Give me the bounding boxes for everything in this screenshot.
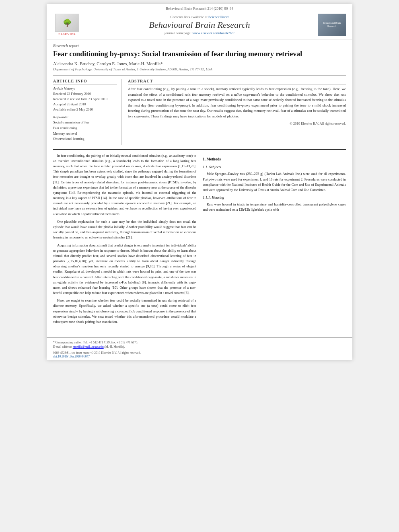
- keyword-2: Fear conditioning: [53, 125, 117, 131]
- housing-heading: 1.1.1. Housing: [203, 195, 346, 201]
- elsevier-label: ELSEVIER: [58, 33, 76, 36]
- info-abstract-section: ARTICLE INFO Article history: Received 2…: [53, 75, 346, 145]
- footnote-corresponding: * Corresponding author. Tel.: +1 512 471…: [53, 340, 346, 345]
- journal-thumb-text: Behavioural Brain Research: [319, 22, 345, 28]
- journal-title-block: Contents lists available at ScienceDirec…: [86, 15, 313, 35]
- page-footer: * Corresponding author. Tel.: +1 512 471…: [47, 337, 352, 360]
- subjects-text: Male Sprague–Dawley rats (250–275 g) (Ha…: [203, 171, 346, 193]
- footnote-email: E-mail address: monfils@mail.utexas.edu …: [53, 345, 346, 349]
- keywords-section: Keywords: Social transmission of fear Fe…: [53, 115, 117, 142]
- body-columns: In fear conditioning, the pairing of an …: [53, 153, 346, 327]
- article-title: Fear conditioning by-proxy: Social trans…: [53, 49, 346, 59]
- article-page: Behavioural Brain Research 214 (2010) 80…: [47, 4, 352, 360]
- homepage-url[interactable]: www.elsevier.com/locate/bbr: [192, 31, 234, 35]
- keywords-list: Social transmission of fear Fear conditi…: [53, 120, 117, 142]
- footnote-email-label: E-mail address:: [53, 345, 72, 349]
- doi-line: doi:10.1016/j.bbr.2010.04.047: [53, 355, 141, 358]
- abstract-col: ABSTRACT After fear conditioning (e.g., …: [128, 79, 346, 145]
- email-link[interactable]: monfils@mail.utexas.edu: [73, 345, 104, 349]
- subjects-heading: 1.1. Subjects: [203, 164, 346, 170]
- body-para-4: Here, we sought to examine whether fear …: [53, 298, 196, 325]
- article-history: Article history: Received 22 February 20…: [53, 86, 117, 112]
- history-accepted: Accepted 26 April 2010: [53, 102, 117, 107]
- housing-text: Rats were housed in triads in temperatur…: [203, 202, 346, 212]
- abstract-label: ABSTRACT: [128, 79, 346, 84]
- body-col-right: 1. Methods 1.1. Subjects Male Sprague–Da…: [203, 153, 346, 327]
- elsevier-logo: 🌳 ELSEVIER: [53, 14, 81, 36]
- footer-issn: 0166-4328/$ – see front matter © 2010 El…: [53, 351, 141, 358]
- doi-link[interactable]: doi:10.1016/j.bbr.2010.04.047: [53, 355, 90, 358]
- body-para-1: In fear conditioning, the pairing of an …: [53, 153, 196, 217]
- footnote-star-text: * Corresponding author. Tel.: +1 512 471…: [53, 341, 138, 344]
- methods-heading: 1. Methods: [203, 156, 346, 162]
- sciencedirect-line: Contents lists available at ScienceDirec…: [86, 15, 313, 19]
- body-para-2: One plausible explanation for such a cas…: [53, 219, 196, 240]
- article-type: Research report: [53, 43, 346, 48]
- sciencedirect-link[interactable]: ScienceDirect: [208, 15, 228, 19]
- contents-label: Contents lists available at: [171, 15, 208, 19]
- abstract-text: After fear conditioning (e.g., by pairin…: [128, 86, 346, 119]
- journal-title: Behavioural Brain Research: [86, 20, 313, 30]
- article-container: Research report Fear conditioning by-pro…: [47, 39, 352, 333]
- article-info-label: ARTICLE INFO: [53, 79, 117, 84]
- authors: Aleksandra K. Bruchey, Carolyn E. Jones,…: [53, 61, 346, 66]
- footer-bottom: 0166-4328/$ – see front matter © 2010 El…: [53, 351, 346, 358]
- issn-text: 0166-4328/$ – see front matter © 2010 El…: [53, 351, 141, 355]
- history-received: Received 22 February 2010: [53, 91, 117, 97]
- keywords-label: Keywords:: [53, 115, 117, 119]
- body-col-left: In fear conditioning, the pairing of an …: [53, 153, 196, 327]
- body-divider: [53, 149, 346, 150]
- homepage-label: journal homepage:: [165, 31, 191, 35]
- journal-header: Behavioural Brain Research 214 (2010) 80…: [47, 4, 352, 39]
- journal-homepage: journal homepage: www.elsevier.com/locat…: [86, 31, 313, 35]
- history-label: Article history:: [53, 86, 117, 90]
- footnote-email-note: (M.-H. Monfils).: [105, 345, 125, 349]
- journal-meta: Behavioural Brain Research 214 (2010) 80…: [53, 6, 346, 10]
- history-revised: Received in revised form 23 April 2010: [53, 97, 117, 102]
- keyword-3: Memory retrieval: [53, 131, 117, 137]
- keyword-4: Observational learning: [53, 136, 117, 142]
- history-online: Available online 2 May 2010: [53, 107, 117, 112]
- authors-text: Aleksandra K. Bruchey, Carolyn E. Jones,…: [53, 61, 162, 66]
- keyword-1: Social transmission of fear: [53, 120, 117, 125]
- article-info-col: ARTICLE INFO Article history: Received 2…: [53, 79, 121, 145]
- journal-thumbnail: Behavioural Brain Research: [318, 14, 346, 36]
- abstract-copyright: © 2010 Elsevier B.V. All rights reserved…: [128, 121, 346, 125]
- affiliation: Department of Psychology, University of …: [53, 67, 346, 71]
- body-para-3: Acquiring information about stimuli that…: [53, 243, 196, 296]
- elsevier-tree-icon: 🌳: [63, 18, 72, 27]
